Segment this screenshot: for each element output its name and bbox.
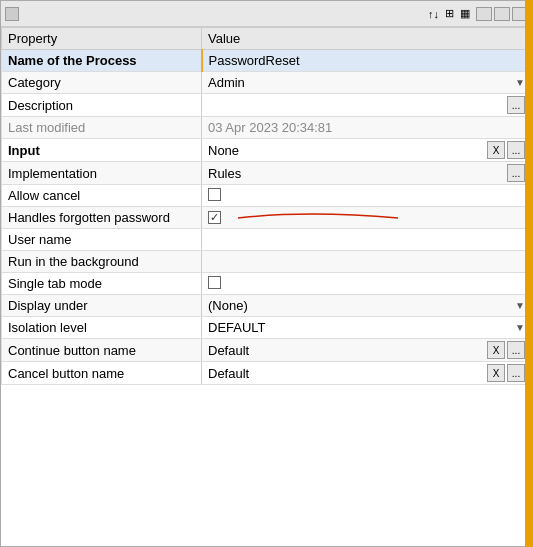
property-cell-implementation: Implementation	[2, 162, 202, 185]
ellipsis-btn-description[interactable]: ...	[507, 96, 525, 114]
table-row: Last modified03 Apr 2023 20:34:81	[2, 117, 532, 139]
x-btn-cancel-button-name[interactable]: X	[487, 364, 505, 382]
value-cell-continue-button-name[interactable]: DefaultX...	[202, 339, 532, 362]
checkbox-handles-forgotten-password[interactable]	[208, 211, 221, 224]
property-cell-allow-cancel: Allow cancel	[2, 185, 202, 207]
property-cell-name-of-process: Name of the Process	[2, 50, 202, 72]
table-row: Description...	[2, 94, 532, 117]
annotation-arrow	[228, 208, 428, 228]
table-row: Continue button nameDefaultX...	[2, 339, 532, 362]
checkbox-single-tab-mode[interactable]	[208, 276, 221, 289]
window-controls: ↑↓ ⊞ ▦	[428, 7, 528, 21]
checkbox-allow-cancel[interactable]	[208, 188, 221, 201]
table-row: Allow cancel	[2, 185, 532, 207]
value-cell-allow-cancel[interactable]	[202, 185, 532, 207]
property-cell-single-tab-mode: Single tab mode	[2, 273, 202, 295]
dropdown-arrow-category[interactable]: ▼	[515, 77, 525, 88]
property-cell-display-under: Display under	[2, 295, 202, 317]
side-bar	[525, 0, 533, 547]
table-row: Name of the ProcessPasswordReset	[2, 50, 532, 72]
value-cell-user-name	[202, 229, 532, 251]
table-row: CategoryAdmin▼	[2, 72, 532, 94]
property-cell-handles-forgotten-password: Handles forgotten password	[2, 207, 202, 229]
property-cell-continue-button-name: Continue button name	[2, 339, 202, 362]
property-cell-last-modified: Last modified	[2, 117, 202, 139]
ellipsis-btn-implementation[interactable]: ...	[507, 164, 525, 182]
value-cell-implementation[interactable]: Rules...	[202, 162, 532, 185]
property-cell-isolation-level: Isolation level	[2, 317, 202, 339]
value-cell-input[interactable]: NoneX...	[202, 139, 532, 162]
window-icon	[5, 7, 19, 21]
table-row: Run in the background	[2, 251, 532, 273]
minimize-button[interactable]	[476, 7, 492, 21]
property-cell-user-name: User name	[2, 229, 202, 251]
property-column-header: Property	[2, 28, 202, 50]
table-header-row: Property Value	[2, 28, 532, 50]
table-row: Isolation levelDEFAULT▼	[2, 317, 532, 339]
table-row: Single tab mode	[2, 273, 532, 295]
properties-table: Property Value Name of the ProcessPasswo…	[1, 27, 532, 546]
dropdown-arrow-isolation-level[interactable]: ▼	[515, 322, 525, 333]
x-btn-input[interactable]: X	[487, 141, 505, 159]
ellipsis-btn-cancel-button-name[interactable]: ...	[507, 364, 525, 382]
property-cell-run-in-background: Run in the background	[2, 251, 202, 273]
property-cell-category: Category	[2, 72, 202, 94]
restore-button[interactable]	[494, 7, 510, 21]
sort-az-icon[interactable]: ↑↓	[428, 8, 439, 20]
value-cell-description[interactable]: ...	[202, 94, 532, 117]
value-cell-name-of-process[interactable]: PasswordReset	[202, 50, 532, 72]
table-row: InputNoneX...	[2, 139, 532, 162]
value-cell-handles-forgotten-password[interactable]	[202, 207, 532, 229]
value-column-header: Value	[202, 28, 532, 50]
value-cell-isolation-level[interactable]: DEFAULT▼	[202, 317, 532, 339]
value-cell-last-modified: 03 Apr 2023 20:34:81	[202, 117, 532, 139]
value-cell-display-under[interactable]: (None)▼	[202, 295, 532, 317]
ellipsis-btn-continue-button-name[interactable]: ...	[507, 341, 525, 359]
process-name-value: PasswordReset	[209, 53, 300, 68]
grid-icon[interactable]: ▦	[460, 7, 470, 20]
dropdown-arrow-display-under[interactable]: ▼	[515, 300, 525, 311]
table-row: Cancel button nameDefaultX...	[2, 362, 532, 385]
property-cell-description: Description	[2, 94, 202, 117]
value-cell-cancel-button-name[interactable]: DefaultX...	[202, 362, 532, 385]
table-row: ImplementationRules...	[2, 162, 532, 185]
value-cell-single-tab-mode[interactable]	[202, 273, 532, 295]
property-cell-cancel-button-name: Cancel button name	[2, 362, 202, 385]
property-cell-input: Input	[2, 139, 202, 162]
table-row: Handles forgotten password	[2, 207, 532, 229]
filter-icon[interactable]: ⊞	[445, 7, 454, 20]
table-row: User name	[2, 229, 532, 251]
title-bar: ↑↓ ⊞ ▦	[1, 1, 532, 27]
value-cell-category[interactable]: Admin▼	[202, 72, 532, 94]
value-cell-run-in-background	[202, 251, 532, 273]
x-btn-continue-button-name[interactable]: X	[487, 341, 505, 359]
ellipsis-btn-input[interactable]: ...	[507, 141, 525, 159]
table-row: Display under(None)▼	[2, 295, 532, 317]
